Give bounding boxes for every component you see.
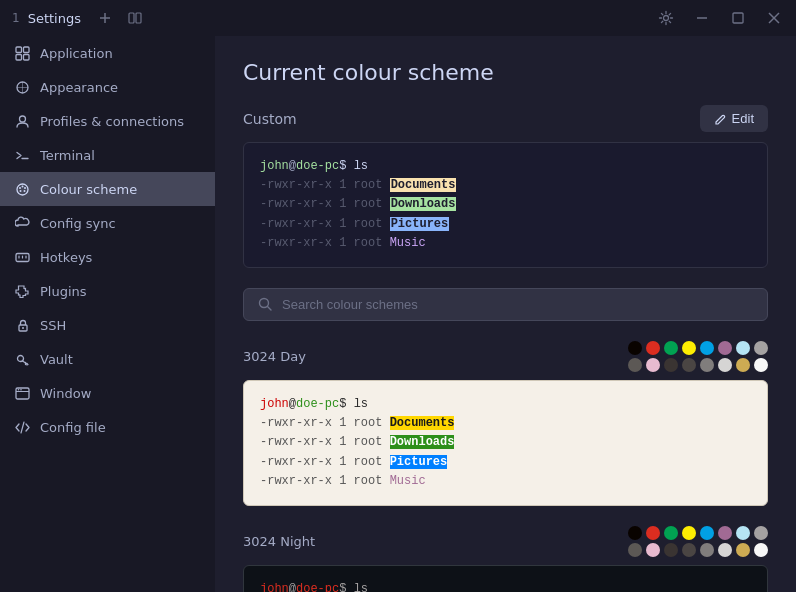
swatch bbox=[664, 358, 678, 372]
svg-point-27 bbox=[22, 327, 24, 329]
search-bar bbox=[243, 288, 768, 321]
svg-point-20 bbox=[23, 190, 25, 192]
swatch bbox=[628, 543, 642, 557]
svg-rect-10 bbox=[23, 47, 29, 53]
swatch bbox=[754, 341, 768, 355]
scheme-preview-3024-day: john@doe-pc$ ls -rwxr-xr-x 1 root Docume… bbox=[243, 380, 768, 506]
current-scheme-header: Custom Edit bbox=[243, 105, 768, 132]
swatch bbox=[736, 526, 750, 540]
sidebar-item-label: Vault bbox=[40, 352, 73, 367]
profiles-icon bbox=[14, 113, 30, 129]
swatch-row-2 bbox=[628, 543, 768, 557]
code-icon bbox=[14, 419, 30, 435]
sidebar-item-label: Terminal bbox=[40, 148, 95, 163]
terminal-line-3: -rwxr-xr-x 1 root Pictures bbox=[260, 453, 751, 472]
key-icon bbox=[14, 351, 30, 367]
terminal-icon bbox=[14, 147, 30, 163]
sidebar-item-config-sync[interactable]: Config sync bbox=[0, 206, 215, 240]
swatch bbox=[664, 341, 678, 355]
search-icon bbox=[258, 297, 272, 311]
titlebar-tab-area bbox=[93, 6, 147, 30]
main-inner: Current colour scheme Custom Edit john@d… bbox=[215, 36, 796, 592]
edit-button-label: Edit bbox=[732, 111, 754, 126]
scheme-card-3024-night: 3024 Night bbox=[243, 526, 768, 592]
swatch bbox=[754, 543, 768, 557]
sidebar-item-hotkeys[interactable]: Hotkeys bbox=[0, 240, 215, 274]
sidebar-item-appearance[interactable]: Appearance bbox=[0, 70, 215, 104]
swatch bbox=[628, 526, 642, 540]
swatch bbox=[682, 358, 696, 372]
svg-rect-12 bbox=[23, 54, 29, 60]
terminal-line-3: -rwxr-xr-x 1 root Pictures bbox=[260, 215, 751, 234]
edit-button[interactable]: Edit bbox=[700, 105, 768, 132]
swatch bbox=[646, 341, 660, 355]
swatch bbox=[718, 526, 732, 540]
svg-rect-6 bbox=[733, 13, 743, 23]
sidebar-item-colour-scheme[interactable]: Colour scheme bbox=[0, 172, 215, 206]
swatch bbox=[628, 341, 642, 355]
swatch bbox=[664, 543, 678, 557]
swatch bbox=[736, 341, 750, 355]
terminal-line-1: -rwxr-xr-x 1 root Documents bbox=[260, 414, 751, 433]
titlebar-number: 1 bbox=[12, 11, 20, 25]
settings-button[interactable] bbox=[656, 8, 676, 28]
sidebar-item-application[interactable]: Application bbox=[0, 36, 215, 70]
terminal-prompt-line: john@doe-pc$ ls bbox=[260, 395, 751, 414]
swatch bbox=[736, 543, 750, 557]
sidebar-item-label: SSH bbox=[40, 318, 66, 333]
titlebar-controls bbox=[656, 8, 784, 28]
terminal-host: doe-pc bbox=[296, 159, 339, 173]
terminal-line-1: -rwxr-xr-x 1 root Documents bbox=[260, 176, 751, 195]
svg-rect-3 bbox=[136, 13, 141, 23]
sidebar-item-ssh[interactable]: SSH bbox=[0, 308, 215, 342]
svg-point-18 bbox=[21, 185, 23, 187]
sidebar-item-label: Window bbox=[40, 386, 91, 401]
puzzle-icon bbox=[14, 283, 30, 299]
sidebar-item-label: Hotkeys bbox=[40, 250, 92, 265]
main-content: Current colour scheme Custom Edit john@d… bbox=[215, 0, 796, 592]
palette-icon bbox=[14, 181, 30, 197]
sidebar-item-label: Config file bbox=[40, 420, 106, 435]
close-button[interactable] bbox=[764, 8, 784, 28]
color-swatches-3024-day bbox=[628, 341, 768, 372]
swatch bbox=[664, 526, 678, 540]
search-input[interactable] bbox=[282, 297, 753, 312]
svg-point-14 bbox=[19, 116, 25, 122]
terminal-line-2: -rwxr-xr-x 1 root Downloads bbox=[260, 195, 751, 214]
swatch bbox=[700, 358, 714, 372]
swatch bbox=[736, 358, 750, 372]
swatch bbox=[628, 358, 642, 372]
swatch bbox=[718, 543, 732, 557]
sidebar-item-window[interactable]: Window bbox=[0, 376, 215, 410]
minimize-button[interactable] bbox=[692, 8, 712, 28]
sidebar-item-label: Plugins bbox=[40, 284, 87, 299]
terminal-line-4: -rwxr-xr-x 1 root Music bbox=[260, 472, 751, 491]
swatch bbox=[682, 341, 696, 355]
sidebar-item-plugins[interactable]: Plugins bbox=[0, 274, 215, 308]
appearance-icon bbox=[14, 79, 30, 95]
sidebar-item-vault[interactable]: Vault bbox=[0, 342, 215, 376]
svg-point-4 bbox=[664, 16, 669, 21]
scheme-preview-3024-night: john@doe-pc$ ls -rwxr-xr-x 1 root Docume… bbox=[243, 565, 768, 592]
sidebar-item-label: Appearance bbox=[40, 80, 118, 95]
svg-rect-2 bbox=[129, 13, 134, 23]
svg-point-17 bbox=[19, 187, 21, 189]
maximize-button[interactable] bbox=[728, 8, 748, 28]
svg-point-21 bbox=[19, 190, 21, 192]
sidebar-item-label: Config sync bbox=[40, 216, 116, 231]
sidebar-item-config-file[interactable]: Config file bbox=[0, 410, 215, 444]
titlebar-left: 1 Settings bbox=[12, 11, 81, 26]
sidebar-item-profiles[interactable]: Profiles & connections bbox=[0, 104, 215, 138]
svg-point-32 bbox=[20, 389, 22, 391]
new-tab-button[interactable] bbox=[93, 6, 117, 30]
svg-rect-11 bbox=[16, 54, 22, 60]
sidebar: Application Appearance Profiles & connec… bbox=[0, 0, 215, 592]
page-title: Current colour scheme bbox=[243, 60, 768, 85]
swatch bbox=[646, 543, 660, 557]
terminal-username: john bbox=[260, 159, 289, 173]
scheme-name-3024-day: 3024 Day bbox=[243, 349, 306, 364]
split-tab-button[interactable] bbox=[123, 6, 147, 30]
edit-icon bbox=[714, 113, 726, 125]
swatch bbox=[718, 341, 732, 355]
sidebar-item-terminal[interactable]: Terminal bbox=[0, 138, 215, 172]
